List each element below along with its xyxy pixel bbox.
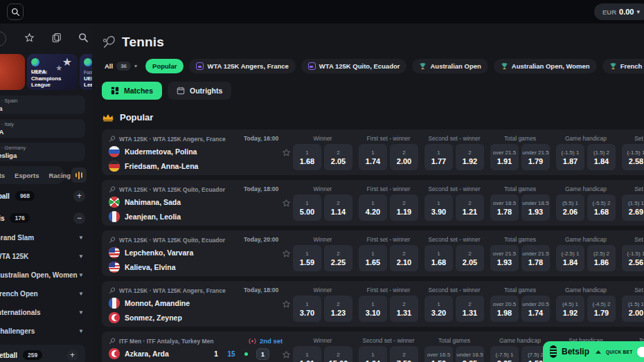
odds-button[interactable]: under 21.51.78 xyxy=(521,245,550,271)
odds-button[interactable]: over 21.51.93 xyxy=(490,245,519,271)
quick-league-link[interactable]: Football · GermanyBundesliga xyxy=(0,143,85,161)
odds-button[interactable]: (-1.5) 12.58 xyxy=(622,144,644,170)
live-button[interactable]: LIVE xyxy=(0,31,6,46)
filter-chip[interactable]: WTA 125K Angers, France xyxy=(189,59,295,73)
odds-button[interactable]: (-2.5) 11.84 xyxy=(556,245,584,271)
expand-button[interactable]: + xyxy=(66,350,78,361)
odds-button[interactable]: 15.00 xyxy=(293,194,321,221)
filter-chip[interactable]: Australian Open xyxy=(412,59,488,73)
balance-button[interactable]: EUR 0.00 ▾ xyxy=(594,3,644,20)
odds-button[interactable]: under 18.51.93 xyxy=(521,194,550,221)
expand-button[interactable]: + xyxy=(73,190,85,202)
odds-button[interactable]: (-4.5) 21.79 xyxy=(587,296,616,322)
odds-button[interactable]: over 18.51.78 xyxy=(490,194,519,221)
favorite-button[interactable] xyxy=(280,332,293,362)
odds-button[interactable]: 11.74 xyxy=(359,144,387,170)
betslips-docs-icon[interactable] xyxy=(51,33,62,46)
sidebar-sport-tennis[interactable]: Tennis176− xyxy=(0,208,92,228)
league-tile[interactable]: ★★FootballUEFA Europa League xyxy=(80,54,92,90)
league-tile[interactable]: ★★FootballUEFA Champions League xyxy=(27,54,78,90)
odds-button[interactable]: over 20.51.98 xyxy=(490,296,519,322)
filter-chip[interactable]: WTA 125K Quito, Ecuador xyxy=(301,59,407,73)
odds-button[interactable]: 21.31 xyxy=(456,296,484,322)
favorite-button[interactable] xyxy=(280,180,293,226)
odds-button[interactable]: 21.21 xyxy=(456,194,484,221)
sidebar-search-icon[interactable] xyxy=(78,33,89,46)
odds-button[interactable]: 11.68 xyxy=(424,245,453,271)
odds-button[interactable]: (-7.5) 12.25 xyxy=(490,346,519,362)
odds-button[interactable]: 215.00 xyxy=(324,346,352,362)
stats-chart-button[interactable] xyxy=(71,168,87,183)
odds-button[interactable]: 13.90 xyxy=(424,194,453,221)
match-row[interactable]: WTA 125K · WTA 125K Quito, EcuadorLepche… xyxy=(102,230,644,276)
filter-chip-all[interactable]: All 36 ▾ xyxy=(102,59,140,73)
odds-button[interactable]: (1.5) 21.84 xyxy=(587,144,616,170)
nav-tab-esports[interactable]: Esports xyxy=(15,172,39,179)
match-row[interactable]: WTA 125K · WTA 125K Quito, EcuadorNahima… xyxy=(102,180,644,226)
odds-button[interactable]: 13.70 xyxy=(293,296,321,322)
odds-button[interactable]: 13.10 xyxy=(359,296,387,322)
odds-button[interactable]: 21.14 xyxy=(324,194,352,221)
odds-button[interactable]: 13.20 xyxy=(424,296,453,322)
odds-button[interactable]: (5.5) 12.06 xyxy=(556,194,584,221)
odds-button[interactable]: 27.50 xyxy=(390,346,418,362)
odds-button[interactable]: 22.05 xyxy=(324,144,352,170)
odds-button[interactable]: over 21.51.91 xyxy=(490,144,519,170)
filter-chip[interactable]: French Open xyxy=(602,59,644,73)
odds-button[interactable]: 22.00 xyxy=(390,144,418,170)
odds-button[interactable]: 22.25 xyxy=(324,245,352,271)
quick-bet-toggle[interactable] xyxy=(637,347,644,357)
collapse-button[interactable]: − xyxy=(73,212,85,224)
favorite-button[interactable] xyxy=(280,230,293,276)
sidebar-category-item[interactable]: Internationals▼ xyxy=(0,303,92,322)
odds-button[interactable]: 11.65 xyxy=(359,245,387,271)
tab-outrights[interactable]: Outrights xyxy=(168,82,231,100)
favorite-button[interactable] xyxy=(280,129,293,175)
league-tile[interactable] xyxy=(0,54,25,90)
nav-tab-racing[interactable]: Racing xyxy=(48,172,71,179)
odds-button[interactable]: over 16.51.50 xyxy=(424,346,453,362)
sidebar-sport-basketball[interactable]: Basketball259+ xyxy=(0,345,85,362)
sidebar-category-item[interactable]: French Open▼ xyxy=(0,284,92,303)
odds-button[interactable]: 14.20 xyxy=(359,194,387,221)
sidebar-sport-football[interactable]: Football968+ xyxy=(0,185,92,206)
odds-button[interactable]: under 20.51.74 xyxy=(521,296,550,322)
match-row[interactable]: WTA 125K · WTA 125K Angers, FranceKuderm… xyxy=(102,129,644,175)
odds-button[interactable]: 11.59 xyxy=(293,245,321,271)
favorite-button[interactable] xyxy=(280,281,293,327)
odds-button[interactable]: (-5.5) 21.68 xyxy=(587,194,616,221)
sidebar-category-item[interactable]: Grand Slam▼ xyxy=(0,228,92,247)
odds-label: 2 xyxy=(468,301,471,307)
odds-button[interactable]: 11.04 xyxy=(359,346,387,362)
sidebar-category-item[interactable]: WTA 125K▼ xyxy=(0,247,92,266)
odds-button[interactable]: 22.10 xyxy=(390,245,418,271)
odds-button[interactable]: under 16.52.25 xyxy=(456,346,484,362)
match-row[interactable]: WTA 125K · WTA 125K Angers, FranceMonnot… xyxy=(102,281,644,327)
quick-league-link[interactable]: Football · SpainLaLiga xyxy=(0,96,85,114)
odds-button[interactable]: (2.5) 21.86 xyxy=(587,245,616,271)
odds-button[interactable]: (4.5) 11.92 xyxy=(556,296,584,322)
odds-button[interactable]: 21.92 xyxy=(456,144,484,170)
odds-button[interactable]: under 21.51.79 xyxy=(521,144,550,170)
odds-button[interactable]: 11.01 xyxy=(293,346,321,362)
tab-matches[interactable]: Matches xyxy=(102,82,162,100)
global-search-button[interactable] xyxy=(7,3,24,20)
filter-chip[interactable]: Australian Open, Women xyxy=(494,59,597,73)
betslip-bar[interactable]: Betslip QUICK BET xyxy=(543,341,644,362)
nav-tab-sports[interactable]: Sports xyxy=(0,172,5,179)
odds-button[interactable]: 11.77 xyxy=(424,144,453,170)
favorites-star-icon[interactable] xyxy=(24,33,35,46)
quick-league-link[interactable]: Football · ItalySerie A xyxy=(0,119,85,138)
odds-button[interactable]: 21.19 xyxy=(390,194,418,221)
odds-button[interactable]: 11.68 xyxy=(293,144,321,170)
odds-button[interactable]: (-1.5) 11.87 xyxy=(556,144,584,170)
sidebar-category-item[interactable]: Challengers▼ xyxy=(0,322,92,341)
odds-button[interactable]: 21.23 xyxy=(324,296,352,322)
odds-button[interactable]: (1.5) 12.69 xyxy=(622,194,644,221)
odds-button[interactable]: (1.5) 12.00 xyxy=(622,296,644,322)
filter-chip[interactable]: Popular xyxy=(145,59,184,73)
odds-button[interactable]: (-1.5) 12.56 xyxy=(622,245,644,271)
odds-button[interactable]: 21.31 xyxy=(390,296,418,322)
odds-button[interactable]: 22.05 xyxy=(456,245,484,271)
sidebar-category-item[interactable]: Australian Open, Women▼ xyxy=(0,266,92,284)
